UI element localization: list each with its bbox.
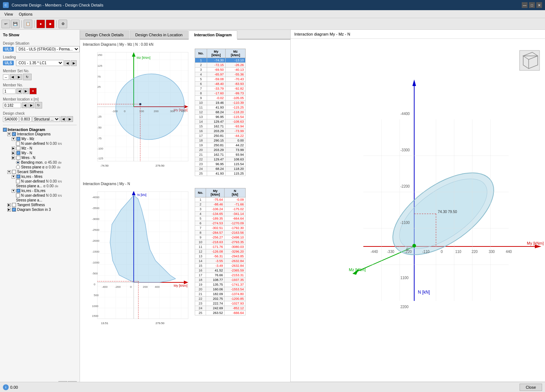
table1-row-no: 4	[195, 72, 207, 77]
table1-row-my: 250.81	[207, 134, 225, 138]
toolbar-btn-4[interactable]: ●	[36, 20, 45, 28]
radio-bending-mon[interactable]	[16, 160, 20, 164]
menu-options[interactable]: Options	[16, 11, 36, 17]
loading-prev-btn[interactable]: ◀	[64, 60, 70, 66]
tab-design-checks-location[interactable]: Design Checks in Location	[130, 30, 188, 39]
interaction-diagram-section: Interaction Diagram ▼ Interaction Diagra…	[3, 125, 77, 212]
right-panel-content: N [kN] My [kNm] Mz [kNm]	[291, 39, 545, 381]
tab-design-check-details[interactable]: Design Check Details	[80, 30, 129, 39]
design-check-section: Design check SA0600 0.803 Structural ...…	[3, 111, 77, 122]
tree-ks-els: ▼ ks,res - Els,res	[3, 188, 77, 193]
svg-text:150: 150	[97, 53, 102, 57]
th-no1: No.	[195, 49, 207, 58]
expand-mz-n[interactable]: ▶	[12, 147, 15, 150]
member-input[interactable]	[3, 89, 16, 94]
table2-row-n: -664.64	[225, 216, 246, 221]
cb-ks-mres[interactable]	[16, 175, 20, 179]
close-button[interactable]: Close	[520, 384, 542, 391]
table2-row-n: -3296.20	[225, 249, 246, 254]
diagram-3d-svg: N [kN] My [kNm] Mz [kNm]	[291, 39, 545, 381]
svg-text:25: 25	[97, 85, 101, 89]
toolbar-btn-6[interactable]: ⚙	[58, 20, 67, 28]
member-next[interactable]: ▶	[23, 88, 29, 94]
svg-text:-1500: -1500	[92, 250, 100, 253]
toolbar-btn-3[interactable]: 📋	[24, 20, 32, 28]
loading-select[interactable]: CO1 - 1.35 * LC1	[16, 60, 64, 66]
dc-prev[interactable]: ◀	[61, 116, 66, 122]
member-set-reset[interactable]: ↻	[23, 74, 32, 80]
design-situation-label: Design Situation	[3, 41, 77, 45]
loc-reset[interactable]: ↻	[35, 102, 42, 109]
window-close-button[interactable]: ✕	[536, 2, 542, 8]
table1-row-no: 11	[195, 105, 207, 110]
cb-tangent[interactable]	[12, 203, 16, 207]
svg-text:-500: -500	[92, 272, 98, 275]
cb-n3[interactable]	[16, 193, 20, 197]
design-situation-select[interactable]: DS1 - ULS (STR/GEO) - Perma...	[16, 46, 80, 52]
table1-row-no: 20	[195, 148, 207, 152]
val-alpha-num: 0.00	[47, 184, 53, 188]
cb-my-mz[interactable]	[16, 137, 20, 141]
toolbar-separator-2	[34, 20, 35, 28]
svg-text:-2200: -2200	[400, 184, 410, 188]
member-prev[interactable]: ◀	[16, 88, 22, 94]
expand-diagram-section[interactable]: ▶	[7, 208, 11, 212]
table2-row-n: -2163.56	[225, 230, 246, 235]
dc-next[interactable]: ▶	[67, 116, 73, 122]
expand-interaction-diagrams[interactable]: ▼	[7, 132, 11, 136]
label-secant: Secant Stiffness	[17, 170, 43, 174]
cb-n2[interactable]	[16, 179, 20, 183]
expand-tangent[interactable]: ▶	[7, 203, 11, 207]
member-set-prev[interactable]: ◀	[10, 74, 16, 80]
tab-interaction-diagram[interactable]: Interaction Diagram	[189, 30, 237, 40]
expand-my-mz[interactable]: ▼	[12, 137, 15, 141]
cb-interaction-diagrams[interactable]	[12, 132, 16, 136]
label-my-n: My - N	[21, 151, 32, 155]
expand-ks-els[interactable]: ▼	[12, 189, 15, 193]
svg-text:-74.50: -74.50	[100, 164, 109, 167]
expand-ks-mres[interactable]: ▼	[12, 175, 15, 179]
chart2: N [kN] My [kNm]	[83, 188, 192, 327]
expand-my-n[interactable]: ▶	[12, 151, 15, 155]
svg-text:200: 200	[143, 285, 148, 289]
expand-mres-n[interactable]: ▶	[12, 156, 15, 160]
toolbar-btn-1[interactable]: ↩	[1, 20, 10, 28]
cb-n-user-def[interactable]	[16, 142, 20, 146]
interaction-diagram-checkbox[interactable]	[3, 128, 7, 132]
unit-bending: de	[58, 161, 62, 164]
radio-stress-plane[interactable]	[16, 165, 20, 169]
svg-text:-1100: -1100	[400, 221, 410, 225]
loading-section: Loading ULS CO1 - 1.35 * LC1 ◀ ▶	[3, 55, 77, 66]
design-check-row: SA0600 0.803 Structural ... ◀ ▶	[3, 116, 77, 122]
design-check-type-select[interactable]: Structural ...	[32, 117, 60, 122]
cb-mz-n[interactable]	[16, 146, 20, 150]
minimize-button[interactable]: —	[522, 2, 528, 8]
cb-ks-els[interactable]	[16, 189, 20, 193]
table2-row-n: -0.09	[225, 197, 246, 202]
member-set-next[interactable]: ▶	[16, 74, 22, 80]
table1-row-my: 96.95	[207, 115, 225, 119]
cb-my-n[interactable]	[16, 151, 20, 155]
member-clear[interactable]: ✕	[29, 88, 37, 94]
table1-row-my: 96.95	[207, 162, 225, 167]
svg-text:0: 0	[94, 283, 96, 286]
expand-secant[interactable]: ▼	[7, 170, 11, 174]
toolbar-btn-5[interactable]: ■	[46, 20, 54, 28]
menu-view[interactable]: View	[1, 11, 16, 17]
svg-text:0: 0	[124, 110, 126, 113]
cb-secant[interactable]	[12, 170, 16, 174]
loc-prev[interactable]: ◀	[22, 102, 28, 108]
cb-diagram-section[interactable]	[12, 208, 16, 212]
svg-text:-100: -100	[97, 147, 104, 150]
toolbar-btn-2[interactable]: 💾	[11, 20, 20, 28]
maximize-button[interactable]: □	[529, 2, 535, 8]
member-location-input[interactable]	[3, 103, 21, 108]
loading-next-btn[interactable]: ▶	[71, 60, 77, 66]
cb-mres-n[interactable]	[16, 156, 20, 160]
table2-row-my: -3.55	[206, 259, 225, 264]
label-mz-n: Mz - N	[21, 146, 32, 150]
table1-row-mz: 115.54	[225, 162, 245, 167]
loc-next[interactable]: ▶	[28, 102, 34, 108]
table1-row-my: -48.40	[207, 82, 225, 86]
table1-row-no: 1	[195, 58, 207, 63]
